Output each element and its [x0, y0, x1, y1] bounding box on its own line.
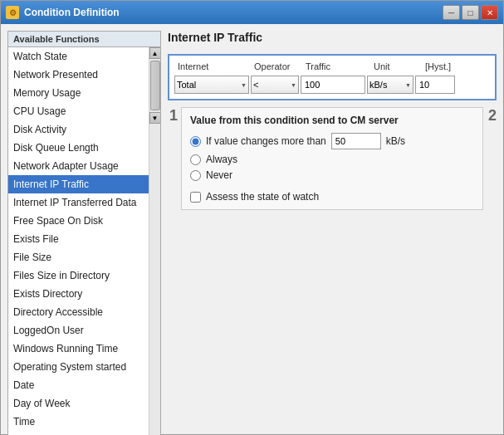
left-panel-header: Available Functions: [8, 32, 160, 47]
radio-always-label: Always: [206, 154, 237, 165]
list-item-8[interactable]: Internet IP Transferred Data: [8, 193, 149, 212]
right-panel: Internet IP Traffic Internet Operator Tr…: [168, 31, 497, 435]
radio-always[interactable]: [190, 154, 201, 165]
hyst-input[interactable]: [415, 76, 455, 94]
condition-definition-window: ⚙ Condition Definition ─ □ ✕ Available F…: [0, 0, 504, 435]
list-item-17[interactable]: Operating System started: [8, 358, 149, 376]
window-body: Available Functions Watch StateNetwork P…: [1, 24, 503, 435]
unit-select-wrapper: kB/s MB/s B/s: [367, 76, 413, 94]
unit-select[interactable]: kB/s MB/s B/s: [367, 76, 413, 94]
changes-value-input[interactable]: [331, 133, 381, 149]
panel-title: Internet IP Traffic: [168, 31, 497, 44]
send-box-title: Value from this condition send to CM ser…: [190, 115, 474, 126]
main-content: Available Functions Watch StateNetwork P…: [7, 31, 497, 435]
list-item-4[interactable]: Disk Activity: [8, 120, 149, 139]
config-box: Internet Operator Traffic Unit [Hyst.] T…: [168, 54, 497, 100]
list-item-6[interactable]: Network Adapter Usage: [8, 157, 149, 175]
scroll-down-button[interactable]: ▼: [149, 112, 161, 124]
badge-1: 1: [169, 107, 178, 125]
internet-select-wrapper: Total Incoming Outgoing: [174, 76, 249, 94]
badge-2: 2: [488, 107, 497, 125]
window-icon: ⚙: [6, 6, 19, 19]
list-item-20[interactable]: Time: [8, 413, 149, 431]
left-panel: Available Functions Watch StateNetwork P…: [7, 31, 161, 435]
list-scroll-area: Watch StateNetwork PresentedMemory Usage…: [8, 47, 160, 435]
internet-select[interactable]: Total Incoming Outgoing: [174, 76, 249, 94]
list-item-7[interactable]: Internet IP Traffic: [8, 175, 149, 193]
title-bar: ⚙ Condition Definition ─ □ ✕: [1, 1, 503, 24]
assess-checkbox[interactable]: [190, 192, 201, 203]
close-button[interactable]: ✕: [481, 5, 498, 20]
list-item-12[interactable]: Files Size in Directory: [8, 266, 149, 285]
send-box: Value from this condition send to CM ser…: [181, 107, 483, 210]
function-list: Watch StateNetwork PresentedMemory Usage…: [8, 47, 149, 435]
list-item-0[interactable]: Watch State: [8, 47, 149, 66]
list-item-15[interactable]: LoggedOn User: [8, 321, 149, 340]
radio-changes[interactable]: [190, 136, 201, 147]
assess-label: Assess the state of watch: [206, 191, 319, 203]
header-unit: Unit: [370, 61, 420, 72]
list-item-5[interactable]: Disk Queue Length: [8, 139, 149, 157]
config-values-row: Total Incoming Outgoing < > <= >=: [174, 76, 490, 94]
list-item-16[interactable]: Windows Running Time: [8, 340, 149, 358]
list-item-18[interactable]: Date: [8, 376, 149, 394]
header-operator: Operator: [251, 61, 301, 72]
list-item-1[interactable]: Network Presented: [8, 66, 149, 84]
header-traffic: Traffic: [302, 61, 369, 72]
radio-never-row: Never: [190, 169, 474, 181]
config-headers: Internet Operator Traffic Unit [Hyst.]: [174, 61, 490, 72]
assess-row: Assess the state of watch: [190, 191, 474, 203]
scroll-up-button[interactable]: ▲: [149, 47, 161, 59]
scrollbar-thumb[interactable]: [150, 61, 160, 110]
radio-changes-row: If value changes more than kB/s: [190, 133, 474, 149]
scrollbar[interactable]: ▲ ▼: [149, 47, 160, 435]
list-item-11[interactable]: File Size: [8, 248, 149, 266]
list-item-21[interactable]: TimeRange: [8, 431, 149, 435]
radio-never-label: Never: [206, 169, 232, 181]
radio-group: If value changes more than kB/s Always N…: [190, 133, 474, 181]
changes-unit-label: kB/s: [386, 135, 405, 147]
header-hyst: [Hyst.]: [422, 61, 463, 72]
radio-changes-label: If value changes more than: [206, 135, 326, 147]
minimize-button[interactable]: ─: [443, 5, 460, 20]
list-item-19[interactable]: Day of Week: [8, 394, 149, 413]
list-item-9[interactable]: Free Space On Disk: [8, 212, 149, 230]
header-internet: Internet: [174, 61, 249, 72]
list-item-2[interactable]: Memory Usage: [8, 84, 149, 102]
list-item-13[interactable]: Exists Directory: [8, 285, 149, 303]
operator-select-wrapper: < > <= >= =: [251, 76, 299, 94]
list-item-3[interactable]: CPU Usage: [8, 102, 149, 120]
send-section-wrapper: 1 Value from this condition send to CM s…: [168, 107, 497, 210]
traffic-input[interactable]: [301, 76, 365, 94]
list-item-10[interactable]: Exists File: [8, 230, 149, 248]
radio-always-row: Always: [190, 154, 474, 165]
title-buttons: ─ □ ✕: [443, 5, 498, 20]
list-item-14[interactable]: Directory Accessible: [8, 303, 149, 321]
operator-select[interactable]: < > <= >= =: [251, 76, 299, 94]
maximize-button[interactable]: □: [462, 5, 479, 20]
radio-never[interactable]: [190, 170, 201, 181]
window-title: Condition Definition: [24, 7, 438, 18]
